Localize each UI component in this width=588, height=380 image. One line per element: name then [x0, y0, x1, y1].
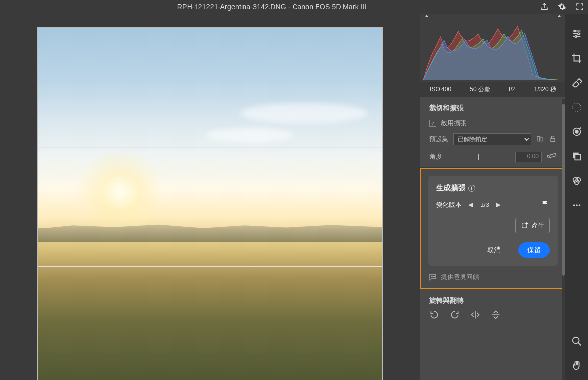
crop-expand-section: 裁切和擴張 啟用擴張 預設集 已解除鎖定: [420, 97, 565, 168]
angle-label: 角度: [429, 152, 442, 161]
flip-horizontal-icon[interactable]: [470, 310, 480, 321]
fullscreen-icon[interactable]: [575, 2, 584, 11]
document-title: RPH-121221-Argentina-3142.DNG - Canon EO…: [4, 3, 540, 11]
sparkle-icon: [521, 222, 529, 229]
sliders-icon[interactable]: [571, 28, 582, 39]
hand-icon[interactable]: [571, 360, 582, 371]
zoom-icon[interactable]: [571, 336, 582, 347]
straighten-icon[interactable]: [547, 151, 557, 162]
variation-counter: 1/3: [480, 201, 489, 208]
histogram[interactable]: [423, 17, 563, 80]
window-titlebar: RPH-121221-Argentina-3142.DNG - Canon EO…: [0, 0, 588, 14]
next-variation-icon[interactable]: ▶: [496, 201, 501, 208]
rotate-cw-icon[interactable]: [450, 310, 460, 321]
tool-strip: [565, 14, 588, 380]
gear-icon[interactable]: [558, 2, 566, 11]
crop-frame[interactable]: [37, 27, 383, 380]
grid-line: [38, 266, 382, 267]
grid-line: [153, 28, 153, 380]
panel-scrollbar[interactable]: [562, 99, 565, 380]
gen-expand-title: 生成擴張: [436, 183, 466, 193]
aspect-preset-select[interactable]: 已解除鎖定: [453, 133, 531, 145]
image-canvas-area[interactable]: [0, 14, 420, 380]
rotate-ccw-icon[interactable]: [429, 310, 439, 321]
svg-rect-2: [551, 138, 555, 141]
crop-tool-icon[interactable]: [571, 53, 582, 64]
meta-focal: 50 公釐: [470, 85, 490, 94]
rotate-heading: 旋轉與翻轉: [429, 296, 557, 305]
preset-label: 預設集: [429, 135, 448, 144]
svg-point-10: [575, 36, 577, 38]
feedback-link[interactable]: 提供意見回饋: [428, 273, 558, 281]
grid-line: [268, 28, 268, 380]
generative-expand-highlight: 生成擴張 i 變化版本 ◀ 1/3 ▶: [420, 168, 565, 289]
export-icon[interactable]: [540, 2, 549, 11]
enable-expand-checkbox[interactable]: [429, 120, 436, 127]
svg-point-5: [431, 276, 432, 277]
generate-button[interactable]: 產生: [515, 218, 550, 233]
histogram-section[interactable]: ISO 400 50 公釐 f/2 1/320 秒: [420, 14, 565, 97]
feedback-label: 提供意見回饋: [441, 273, 479, 281]
prev-variation-icon[interactable]: ◀: [468, 201, 473, 208]
meta-aperture: f/2: [509, 86, 515, 93]
svg-point-22: [573, 337, 579, 344]
svg-point-21: [579, 204, 581, 206]
more-icon[interactable]: [571, 200, 582, 211]
svg-point-8: [574, 30, 576, 32]
svg-point-9: [578, 33, 580, 35]
flag-icon[interactable]: [541, 200, 550, 210]
variation-label: 變化版本: [436, 201, 462, 209]
meta-shutter: 1/320 秒: [534, 85, 556, 94]
scrollbar-thumb[interactable]: [562, 104, 565, 276]
rotate-flip-section: 旋轉與翻轉: [420, 289, 565, 321]
svg-point-11: [573, 103, 581, 112]
keep-button[interactable]: 保留: [518, 242, 550, 258]
cancel-button[interactable]: 取消: [478, 242, 510, 258]
meta-iso: ISO 400: [430, 86, 451, 93]
enable-expand-label: 啟用擴張: [441, 119, 466, 127]
angle-slider[interactable]: [447, 155, 511, 159]
right-panel: ISO 400 50 公釐 f/2 1/320 秒 裁切和擴張 啟用擴張 預設集: [420, 14, 565, 380]
layers-icon[interactable]: [571, 151, 582, 162]
color-grading-icon[interactable]: [571, 176, 582, 186]
chat-icon: [428, 273, 437, 281]
grid-line: [38, 147, 382, 148]
generate-label: 產生: [532, 221, 544, 230]
svg-rect-15: [575, 154, 580, 160]
svg-point-13: [575, 130, 578, 133]
angle-value[interactable]: 0.00: [515, 152, 542, 162]
eraser-icon[interactable]: [571, 77, 582, 88]
svg-point-7: [434, 276, 435, 277]
radial-mask-icon[interactable]: [571, 102, 582, 113]
info-icon[interactable]: i: [468, 185, 475, 192]
lock-icon[interactable]: [549, 135, 557, 144]
svg-rect-3: [547, 153, 556, 158]
svg-point-19: [573, 204, 575, 206]
section-title: 裁切和擴張: [429, 104, 464, 113]
generative-expand-card: 生成擴張 i 變化版本 ◀ 1/3 ▶: [428, 176, 558, 266]
swap-orientation-icon[interactable]: [536, 135, 544, 144]
flip-vertical-icon[interactable]: [491, 310, 501, 321]
redeye-icon[interactable]: [571, 127, 582, 137]
svg-point-6: [433, 276, 434, 277]
svg-point-20: [576, 204, 578, 206]
